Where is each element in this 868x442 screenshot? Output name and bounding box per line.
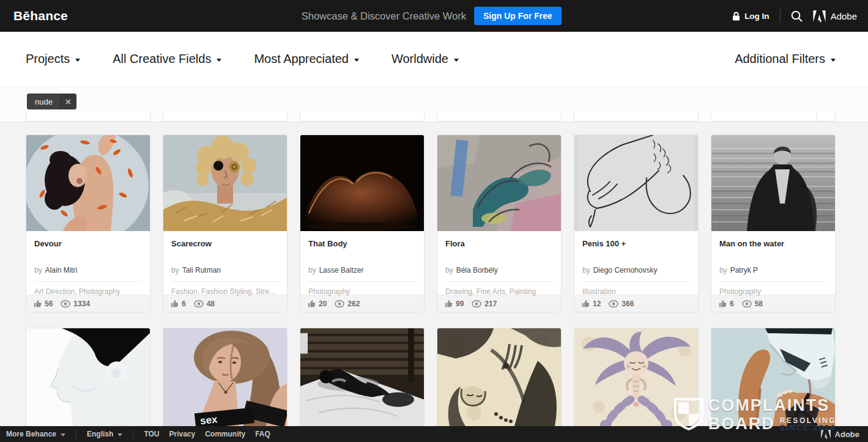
project-byline: by Béla Borbély: [445, 266, 553, 274]
filters-nav: Projects All Creative Fields Most Apprec…: [0, 32, 868, 87]
project-cover[interactable]: [163, 135, 287, 231]
views-count: 217: [484, 300, 497, 308]
project-fields[interactable]: Art Direction, Photography: [34, 281, 142, 296]
search-icon: [791, 10, 803, 22]
byline-prefix: by: [719, 266, 727, 274]
search-button[interactable]: [791, 10, 803, 22]
adobe-icon: [821, 430, 831, 439]
devour-cover-art: [26, 135, 150, 231]
signup-button[interactable]: Sign Up For Free: [474, 7, 562, 25]
filter-tag-nude: nude: [27, 94, 76, 109]
login-button[interactable]: Log In: [732, 12, 770, 21]
footer-links: TOU Privacy Community FAQ: [144, 430, 270, 438]
project-title[interactable]: That Body: [308, 239, 416, 248]
project-title[interactable]: Devour: [34, 239, 142, 248]
views-icon: [61, 300, 70, 308]
project-stats: 6 58: [711, 295, 835, 312]
project-title[interactable]: Flora: [445, 239, 553, 248]
nav-dropdown-projects[interactable]: Projects: [26, 52, 80, 66]
active-filters-bar: nude: [0, 87, 868, 122]
adobe-logo[interactable]: Adobe: [813, 10, 857, 22]
views-icon: [194, 300, 204, 308]
project-stats: 56 1334: [26, 295, 150, 312]
portrait-cover-art: sex: [163, 328, 287, 426]
views-icon: [335, 300, 344, 308]
views-count: 366: [621, 300, 634, 308]
header-right: Log In Adobe: [732, 9, 857, 23]
project-byline: by Patryk P: [719, 266, 827, 274]
project-cover[interactable]: [574, 135, 698, 231]
views-icon: [609, 300, 618, 308]
project-card-that-body: That Body by Lasse Baltzer Photography 2…: [300, 134, 425, 312]
project-fields[interactable]: Drawing, Fine Arts, Painting: [445, 281, 553, 296]
nav-additional-filters-label: Additional Filters: [735, 52, 825, 66]
project-cover[interactable]: [574, 328, 698, 426]
project-cover[interactable]: [26, 135, 150, 231]
project-cover[interactable]: sex: [163, 328, 287, 426]
project-info: Man on the water by Patryk P Photography: [711, 231, 835, 295]
project-cover[interactable]: [437, 135, 561, 231]
project-info: That Body by Lasse Baltzer Photography: [300, 231, 424, 295]
project-fields[interactable]: Illustration: [582, 281, 690, 296]
byline-prefix: by: [582, 266, 590, 274]
line-drawing-cover-art: [574, 135, 698, 231]
project-card-penis-100: Penis 100 + by Diego Cernohovsky Illustr…: [574, 134, 699, 312]
previous-row-card-bottoms: [26, 112, 836, 122]
footer-link-privacy[interactable]: Privacy: [169, 430, 196, 438]
filter-tag-label: nude: [28, 94, 60, 109]
nav-dropdown-location[interactable]: Worldwide: [391, 52, 459, 66]
project-info: Devour by Alain Mitri Art Direction, Pho…: [26, 231, 150, 295]
byline-prefix: by: [308, 266, 316, 274]
nav-dropdown-sort[interactable]: Most Appreciated: [254, 52, 359, 66]
caret-down-icon: [61, 433, 65, 436]
views-count: 48: [207, 300, 215, 308]
project-card-devour: Devour by Alain Mitri Art Direction, Pho…: [26, 134, 150, 312]
project-author-link[interactable]: Béla Borbély: [456, 266, 498, 274]
project-fields[interactable]: Photography: [719, 281, 827, 296]
project-title[interactable]: Scarecrow: [171, 239, 279, 248]
project-fields[interactable]: Fashion, Fashion Styling, Stre…: [171, 281, 279, 296]
project-card-row2-6: [711, 328, 836, 442]
filter-tag-remove-button[interactable]: [60, 94, 76, 109]
caret-down-icon: [831, 59, 836, 62]
project-cover[interactable]: [300, 135, 424, 231]
project-author-link[interactable]: Lasse Baltzer: [319, 266, 364, 274]
project-author-link[interactable]: Tali Rutman: [182, 266, 221, 274]
appreciations-icon: [34, 300, 42, 308]
nav-dropdown-additional-filters[interactable]: Additional Filters: [735, 52, 836, 66]
nav-sort-label: Most Appreciated: [254, 52, 349, 66]
footer-language-label: English: [87, 430, 113, 438]
footer-more-behance-dropdown[interactable]: More Behance: [6, 430, 65, 438]
project-info: Flora by Béla Borbély Drawing, Fine Arts…: [437, 231, 561, 295]
project-card-row2-5: [574, 328, 699, 442]
adobe-icon: [813, 10, 826, 22]
behance-logo[interactable]: Bēhance: [13, 9, 68, 23]
sculpture-cover-art: [26, 328, 150, 426]
project-cover[interactable]: [300, 328, 424, 426]
project-author-link[interactable]: Alain Mitri: [45, 266, 78, 274]
project-row-2: sex: [26, 328, 868, 442]
project-cover[interactable]: [711, 135, 835, 231]
project-byline: by Alain Mitri: [34, 266, 142, 274]
tape-image-text: sex: [199, 413, 218, 426]
caret-down-icon: [454, 59, 459, 62]
project-stats: 20 262: [300, 295, 424, 312]
project-cover[interactable]: [711, 328, 835, 426]
appreciations-count: 56: [45, 300, 53, 308]
footer-language-dropdown[interactable]: English: [87, 430, 122, 438]
project-author-link[interactable]: Patryk P: [730, 266, 758, 274]
footer-link-faq[interactable]: FAQ: [255, 430, 270, 438]
nav-dropdown-creative-fields[interactable]: All Creative Fields: [113, 52, 221, 66]
footer-divider: [76, 430, 76, 438]
footer-adobe-logo[interactable]: Adobe: [821, 430, 859, 439]
footer-link-tou[interactable]: TOU: [144, 430, 159, 438]
header-divider: [780, 9, 781, 23]
project-fields[interactable]: Photography: [308, 281, 416, 296]
project-cover[interactable]: [437, 328, 561, 426]
project-author-link[interactable]: Diego Cernohovsky: [593, 266, 658, 274]
project-title[interactable]: Penis 100 +: [582, 239, 690, 248]
project-cover[interactable]: [26, 328, 150, 426]
project-title[interactable]: Man on the water: [719, 239, 827, 248]
footer-link-community[interactable]: Community: [205, 430, 245, 438]
project-stats: 12 366: [574, 295, 698, 312]
